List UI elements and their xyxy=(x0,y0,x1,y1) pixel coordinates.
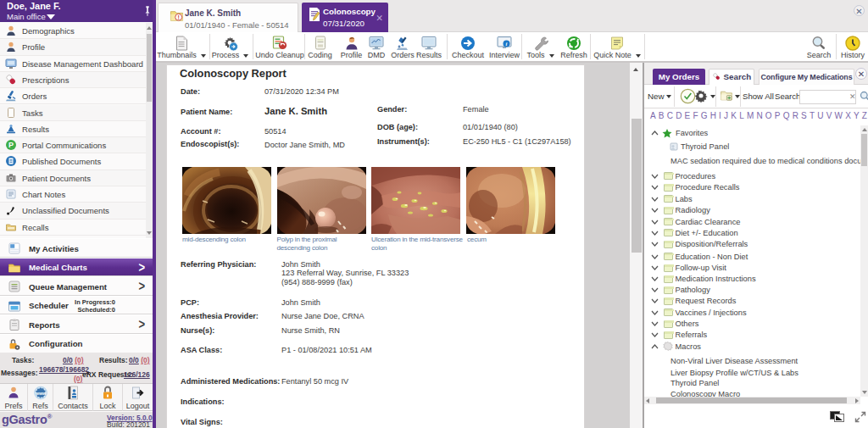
svg-text:P: P xyxy=(8,141,14,149)
svg-text:www: www xyxy=(34,391,46,396)
svg-text:i: i xyxy=(506,41,508,47)
svg-text:!: ! xyxy=(178,14,180,20)
